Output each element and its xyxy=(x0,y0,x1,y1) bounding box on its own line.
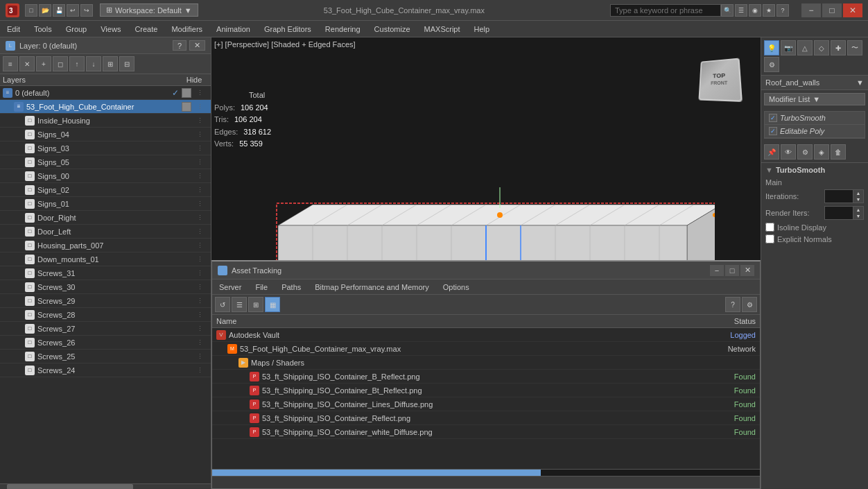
isoline-checkbox[interactable] xyxy=(765,223,774,232)
asset-settings-btn[interactable]: ⚙ xyxy=(742,297,757,312)
menu-item-views[interactable]: Views xyxy=(94,21,128,37)
layer-item[interactable]: □Screws_25⋮ xyxy=(0,350,211,363)
layer-icon-btn[interactable]: ≡ xyxy=(3,56,18,71)
asset-menu-item-paths[interactable]: Paths xyxy=(275,280,308,294)
asset-maximize-btn[interactable]: □ xyxy=(725,265,739,276)
layer-item[interactable]: □Down_mounts_01⋮ xyxy=(0,252,211,266)
help-icon[interactable]: ? xyxy=(776,4,789,17)
modifier-item[interactable]: ✓TurboSmooth xyxy=(765,112,865,125)
layer-item[interactable]: □Housing_parts_007⋮ xyxy=(0,239,211,252)
pin-btn[interactable]: 📌 xyxy=(764,144,779,160)
asset-menu-item-options[interactable]: Options xyxy=(436,280,476,294)
layer-item[interactable]: □Screws_26⋮ xyxy=(0,336,211,350)
layer-item[interactable]: ≡53_Foot_High_Cube_Container⋮ xyxy=(0,100,211,114)
open-btn[interactable]: 📂 xyxy=(39,4,51,17)
new-btn[interactable]: □ xyxy=(25,4,37,17)
layer-item[interactable]: □Screws_24⋮ xyxy=(0,363,211,377)
camera-btn[interactable]: 📷 xyxy=(781,40,796,55)
render-iters-down[interactable]: ▼ xyxy=(853,213,863,219)
layer-item[interactable]: □Screws_30⋮ xyxy=(0,280,211,294)
iterations-down[interactable]: ▼ xyxy=(853,196,863,203)
menu-item-tools[interactable]: Tools xyxy=(27,21,59,37)
spacewarp-btn[interactable]: 〜 xyxy=(847,40,862,55)
render-iters-spinner[interactable]: 2 ▲ ▼ xyxy=(824,206,864,220)
explicit-checkbox[interactable] xyxy=(765,234,774,243)
close-button[interactable]: ✕ xyxy=(843,3,862,17)
layer-box[interactable] xyxy=(182,88,191,98)
show-btn[interactable]: 👁 xyxy=(781,144,796,160)
layer-item[interactable]: □Screws_29⋮ xyxy=(0,294,211,308)
layer-panel-close[interactable]: ✕ xyxy=(189,40,205,51)
render-iters-input[interactable]: 2 xyxy=(825,207,853,219)
asset-list-btn[interactable]: ☰ xyxy=(232,297,247,312)
shape-btn[interactable]: ◇ xyxy=(814,40,829,55)
asset-help-btn[interactable]: ? xyxy=(725,297,740,312)
render-iters-up[interactable]: ▲ xyxy=(853,207,863,213)
layer-up-btn[interactable]: ↑ xyxy=(69,56,85,71)
layer-item[interactable]: □Screws_27⋮ xyxy=(0,322,211,336)
asset-row[interactable]: P53_ft_Shipping_ISO_Container_Reflect.pn… xyxy=(212,411,760,425)
layer-item[interactable]: ≡0 (default)✓⋮ xyxy=(0,86,211,100)
maximize-button[interactable]: □ xyxy=(822,3,842,17)
search-input[interactable] xyxy=(610,4,721,17)
asset-row[interactable]: P53_ft_Shipping_ISO_Container_white_Diff… xyxy=(212,425,760,439)
layer-item[interactable]: □Signs_02⋮ xyxy=(0,183,211,197)
asset-menu-item-file[interactable]: File xyxy=(248,280,275,294)
layer-item[interactable]: □Signs_03⋮ xyxy=(0,141,211,155)
menu-item-group[interactable]: Group xyxy=(59,21,94,37)
asset-row[interactable]: M53_Foot_High_Cube_Container_max_vray.ma… xyxy=(212,342,760,356)
asset-refresh-btn[interactable]: ↺ xyxy=(215,297,230,312)
undo-btn[interactable]: ↩ xyxy=(67,4,79,17)
asset-row[interactable]: P53_ft_Shipping_ISO_Container_Lines_Diff… xyxy=(212,397,760,411)
asset-menu-item-server[interactable]: Server xyxy=(212,280,248,294)
layer-down-btn[interactable]: ↓ xyxy=(86,56,101,71)
layer-item[interactable]: □Signs_04⋮ xyxy=(0,128,211,141)
menu-item-maxscript[interactable]: MAXScript xyxy=(417,21,467,37)
config-btn[interactable]: ⚙ xyxy=(797,144,813,160)
menu-item-animation[interactable]: Animation xyxy=(209,21,257,37)
menu-item-help[interactable]: Help xyxy=(467,21,497,37)
camera-icon[interactable]: ◉ xyxy=(749,4,761,17)
iterations-spinner[interactable]: 0 ▲ ▼ xyxy=(824,189,864,203)
layer-item[interactable]: □Door_Left⋮ xyxy=(0,225,211,239)
asset-row[interactable]: P53_ft_Shipping_ISO_Container_B_Reflect.… xyxy=(212,370,760,384)
layer-select-btn[interactable]: ◻ xyxy=(53,56,68,71)
redo-btn[interactable]: ↪ xyxy=(80,4,93,17)
asset-row[interactable]: VAutodesk VaultLogged xyxy=(212,328,760,342)
make-unique-btn[interactable]: ◈ xyxy=(814,144,829,160)
light-icon-btn[interactable]: 💡 xyxy=(764,40,779,55)
minimize-button[interactable]: − xyxy=(801,3,821,17)
menu-item-graph-editors[interactable]: Graph Editors xyxy=(257,21,318,37)
search-icon[interactable]: 🔍 xyxy=(721,4,734,17)
modifier-list-button[interactable]: Modifier List ▼ xyxy=(764,93,865,105)
layer-item[interactable]: □Door_Right⋮ xyxy=(0,211,211,225)
helper-btn[interactable]: ✚ xyxy=(831,40,846,55)
layer-delete-btn[interactable]: ✕ xyxy=(19,56,35,71)
workspace-button[interactable]: ⊞ Workspace: Default ▼ xyxy=(100,3,198,17)
save-btn[interactable]: 💾 xyxy=(53,4,65,17)
iterations-up[interactable]: ▲ xyxy=(853,190,863,196)
system-btn[interactable]: ⚙ xyxy=(764,57,779,72)
geometry-btn[interactable]: △ xyxy=(797,40,813,55)
layer-item[interactable]: □Screws_28⋮ xyxy=(0,308,211,322)
asset-minimize-btn[interactable]: − xyxy=(710,265,724,276)
layer-scrollbar[interactable] xyxy=(0,483,211,489)
layer-item[interactable]: □Screws_31⋮ xyxy=(0,266,211,280)
menu-item-rendering[interactable]: Rendering xyxy=(318,21,367,37)
menu-item-edit[interactable]: Edit xyxy=(0,21,27,37)
layer-item[interactable]: □Signs_05⋮ xyxy=(0,155,211,169)
menu-item-create[interactable]: Create xyxy=(128,21,164,37)
iterations-input[interactable]: 0 xyxy=(825,190,853,203)
layer-item[interactable]: □Signs_01⋮ xyxy=(0,197,211,211)
layer-box[interactable] xyxy=(182,102,191,112)
layer-add-btn[interactable]: + xyxy=(36,56,51,71)
delete-mod-btn[interactable]: 🗑 xyxy=(831,144,846,160)
navigation-cube[interactable]: TOP FRONT xyxy=(691,51,747,107)
layer-item[interactable]: □Signs_00⋮ xyxy=(0,169,211,183)
menu-item-customize[interactable]: Customize xyxy=(367,21,417,37)
layer-collapse-btn[interactable]: ⊟ xyxy=(119,56,134,71)
menu-item-modifiers[interactable]: Modifiers xyxy=(164,21,209,37)
modifier-check[interactable]: ✓ xyxy=(769,114,777,122)
layer-panel-help[interactable]: ? xyxy=(173,40,186,51)
asset-row[interactable]: ▶Maps / Shaders xyxy=(212,356,760,370)
